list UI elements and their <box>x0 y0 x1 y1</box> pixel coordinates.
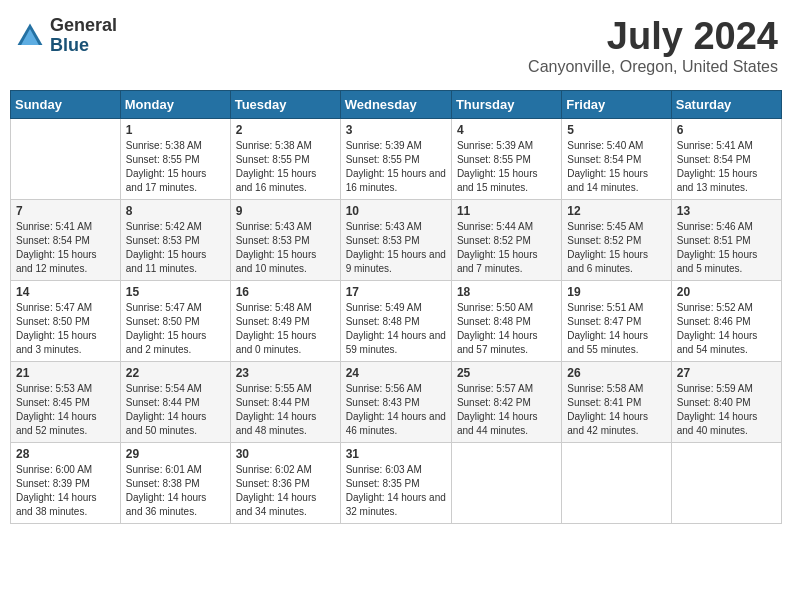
day-number: 23 <box>236 366 335 380</box>
day-number: 15 <box>126 285 225 299</box>
logo-general-text: General <box>50 15 117 35</box>
weekday-header-monday: Monday <box>120 90 230 118</box>
calendar-cell: 22Sunrise: 5:54 AMSunset: 8:44 PMDayligh… <box>120 361 230 442</box>
location-title: Canyonville, Oregon, United States <box>528 58 778 76</box>
logo-icon <box>14 20 46 52</box>
day-number: 24 <box>346 366 446 380</box>
calendar-cell: 18Sunrise: 5:50 AMSunset: 8:48 PMDayligh… <box>451 280 561 361</box>
day-info: Sunrise: 5:41 AMSunset: 8:54 PMDaylight:… <box>16 220 115 276</box>
calendar-cell: 31Sunrise: 6:03 AMSunset: 8:35 PMDayligh… <box>340 442 451 523</box>
calendar-cell: 27Sunrise: 5:59 AMSunset: 8:40 PMDayligh… <box>671 361 781 442</box>
day-number: 6 <box>677 123 776 137</box>
day-info: Sunrise: 5:38 AMSunset: 8:55 PMDaylight:… <box>126 139 225 195</box>
day-info: Sunrise: 6:00 AMSunset: 8:39 PMDaylight:… <box>16 463 115 519</box>
day-info: Sunrise: 6:02 AMSunset: 8:36 PMDaylight:… <box>236 463 335 519</box>
day-number: 25 <box>457 366 556 380</box>
day-info: Sunrise: 6:03 AMSunset: 8:35 PMDaylight:… <box>346 463 446 519</box>
calendar-cell: 9Sunrise: 5:43 AMSunset: 8:53 PMDaylight… <box>230 199 340 280</box>
day-info: Sunrise: 5:39 AMSunset: 8:55 PMDaylight:… <box>457 139 556 195</box>
day-number: 17 <box>346 285 446 299</box>
day-info: Sunrise: 5:49 AMSunset: 8:48 PMDaylight:… <box>346 301 446 357</box>
logo-text: General Blue <box>50 16 117 56</box>
day-number: 21 <box>16 366 115 380</box>
day-info: Sunrise: 6:01 AMSunset: 8:38 PMDaylight:… <box>126 463 225 519</box>
day-info: Sunrise: 5:43 AMSunset: 8:53 PMDaylight:… <box>346 220 446 276</box>
calendar-cell <box>562 442 671 523</box>
day-number: 18 <box>457 285 556 299</box>
calendar-cell: 13Sunrise: 5:46 AMSunset: 8:51 PMDayligh… <box>671 199 781 280</box>
day-number: 31 <box>346 447 446 461</box>
day-info: Sunrise: 5:41 AMSunset: 8:54 PMDaylight:… <box>677 139 776 195</box>
day-info: Sunrise: 5:50 AMSunset: 8:48 PMDaylight:… <box>457 301 556 357</box>
day-info: Sunrise: 5:42 AMSunset: 8:53 PMDaylight:… <box>126 220 225 276</box>
day-number: 22 <box>126 366 225 380</box>
calendar-cell: 6Sunrise: 5:41 AMSunset: 8:54 PMDaylight… <box>671 118 781 199</box>
day-number: 16 <box>236 285 335 299</box>
day-number: 11 <box>457 204 556 218</box>
day-number: 8 <box>126 204 225 218</box>
day-number: 7 <box>16 204 115 218</box>
weekday-header-saturday: Saturday <box>671 90 781 118</box>
page-header: General Blue July 2024 Canyonville, Oreg… <box>10 10 782 82</box>
day-number: 4 <box>457 123 556 137</box>
day-info: Sunrise: 5:43 AMSunset: 8:53 PMDaylight:… <box>236 220 335 276</box>
day-info: Sunrise: 5:39 AMSunset: 8:55 PMDaylight:… <box>346 139 446 195</box>
day-info: Sunrise: 5:48 AMSunset: 8:49 PMDaylight:… <box>236 301 335 357</box>
weekday-header-thursday: Thursday <box>451 90 561 118</box>
calendar-cell: 12Sunrise: 5:45 AMSunset: 8:52 PMDayligh… <box>562 199 671 280</box>
weekday-header-sunday: Sunday <box>11 90 121 118</box>
day-number: 19 <box>567 285 665 299</box>
calendar-cell: 14Sunrise: 5:47 AMSunset: 8:50 PMDayligh… <box>11 280 121 361</box>
logo: General Blue <box>14 16 117 56</box>
day-number: 29 <box>126 447 225 461</box>
calendar-cell: 7Sunrise: 5:41 AMSunset: 8:54 PMDaylight… <box>11 199 121 280</box>
day-number: 12 <box>567 204 665 218</box>
day-number: 13 <box>677 204 776 218</box>
day-number: 28 <box>16 447 115 461</box>
day-number: 20 <box>677 285 776 299</box>
calendar-week-row: 7Sunrise: 5:41 AMSunset: 8:54 PMDaylight… <box>11 199 782 280</box>
day-info: Sunrise: 5:54 AMSunset: 8:44 PMDaylight:… <box>126 382 225 438</box>
day-number: 2 <box>236 123 335 137</box>
day-number: 10 <box>346 204 446 218</box>
day-number: 14 <box>16 285 115 299</box>
calendar-cell: 5Sunrise: 5:40 AMSunset: 8:54 PMDaylight… <box>562 118 671 199</box>
calendar-cell: 23Sunrise: 5:55 AMSunset: 8:44 PMDayligh… <box>230 361 340 442</box>
day-number: 1 <box>126 123 225 137</box>
calendar-cell: 17Sunrise: 5:49 AMSunset: 8:48 PMDayligh… <box>340 280 451 361</box>
calendar-cell: 4Sunrise: 5:39 AMSunset: 8:55 PMDaylight… <box>451 118 561 199</box>
calendar-cell: 21Sunrise: 5:53 AMSunset: 8:45 PMDayligh… <box>11 361 121 442</box>
day-info: Sunrise: 5:58 AMSunset: 8:41 PMDaylight:… <box>567 382 665 438</box>
day-info: Sunrise: 5:47 AMSunset: 8:50 PMDaylight:… <box>126 301 225 357</box>
calendar-week-row: 1Sunrise: 5:38 AMSunset: 8:55 PMDaylight… <box>11 118 782 199</box>
month-title: July 2024 <box>528 16 778 58</box>
day-info: Sunrise: 5:51 AMSunset: 8:47 PMDaylight:… <box>567 301 665 357</box>
day-info: Sunrise: 5:52 AMSunset: 8:46 PMDaylight:… <box>677 301 776 357</box>
weekday-header-wednesday: Wednesday <box>340 90 451 118</box>
calendar-cell: 29Sunrise: 6:01 AMSunset: 8:38 PMDayligh… <box>120 442 230 523</box>
day-number: 5 <box>567 123 665 137</box>
calendar-table: SundayMondayTuesdayWednesdayThursdayFrid… <box>10 90 782 524</box>
day-number: 3 <box>346 123 446 137</box>
day-info: Sunrise: 5:56 AMSunset: 8:43 PMDaylight:… <box>346 382 446 438</box>
calendar-cell <box>671 442 781 523</box>
day-info: Sunrise: 5:45 AMSunset: 8:52 PMDaylight:… <box>567 220 665 276</box>
weekday-header-friday: Friday <box>562 90 671 118</box>
day-number: 27 <box>677 366 776 380</box>
title-block: July 2024 Canyonville, Oregon, United St… <box>528 16 778 76</box>
day-number: 9 <box>236 204 335 218</box>
day-info: Sunrise: 5:57 AMSunset: 8:42 PMDaylight:… <box>457 382 556 438</box>
calendar-cell: 2Sunrise: 5:38 AMSunset: 8:55 PMDaylight… <box>230 118 340 199</box>
day-info: Sunrise: 5:40 AMSunset: 8:54 PMDaylight:… <box>567 139 665 195</box>
calendar-cell: 1Sunrise: 5:38 AMSunset: 8:55 PMDaylight… <box>120 118 230 199</box>
calendar-cell: 28Sunrise: 6:00 AMSunset: 8:39 PMDayligh… <box>11 442 121 523</box>
calendar-week-row: 21Sunrise: 5:53 AMSunset: 8:45 PMDayligh… <box>11 361 782 442</box>
day-info: Sunrise: 5:55 AMSunset: 8:44 PMDaylight:… <box>236 382 335 438</box>
calendar-cell: 8Sunrise: 5:42 AMSunset: 8:53 PMDaylight… <box>120 199 230 280</box>
calendar-cell: 20Sunrise: 5:52 AMSunset: 8:46 PMDayligh… <box>671 280 781 361</box>
calendar-cell: 16Sunrise: 5:48 AMSunset: 8:49 PMDayligh… <box>230 280 340 361</box>
calendar-cell: 26Sunrise: 5:58 AMSunset: 8:41 PMDayligh… <box>562 361 671 442</box>
calendar-cell: 24Sunrise: 5:56 AMSunset: 8:43 PMDayligh… <box>340 361 451 442</box>
calendar-cell: 11Sunrise: 5:44 AMSunset: 8:52 PMDayligh… <box>451 199 561 280</box>
calendar-cell: 19Sunrise: 5:51 AMSunset: 8:47 PMDayligh… <box>562 280 671 361</box>
